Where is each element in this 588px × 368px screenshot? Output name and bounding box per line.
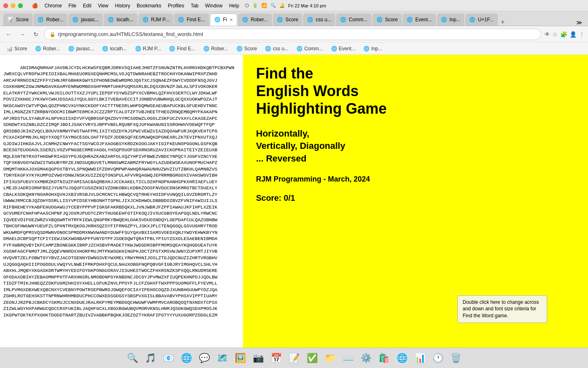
tab-cssu[interactable]: 🌐 css u...: [303, 13, 335, 26]
tab-inp[interactable]: 🌐 Inp...: [437, 13, 465, 26]
address-input[interactable]: 🔒 rjmprogramming.com.au/HTMLCSS/textarea…: [44, 29, 541, 40]
tab-label: Inp...: [450, 17, 461, 22]
minimize-button[interactable]: [11, 3, 16, 8]
tab-favicon: 🌐: [214, 17, 220, 22]
url-text[interactable]: rjmprogramming.com.au/HTMLCSS/textarea_f…: [58, 31, 203, 37]
word-grid-text: ANIDMAQNRHAFJAVDBJCYDLHCKWSFEQBRJDRKVSQI…: [3, 65, 234, 318]
tab-bar: 📊 Score 🌐 Rober... 🌐 javasc... 🌐 localh.…: [0, 11, 588, 26]
dock-icon-terminal[interactable]: ⌨️: [340, 350, 356, 366]
tab-favicon: 🌐: [441, 17, 447, 22]
tab-u1f[interactable]: 🌐 U+1F...: [465, 13, 497, 26]
bookmark-comm[interactable]: 🌐 Comm...: [293, 45, 326, 52]
notification-icon: 🔔: [279, 3, 285, 8]
tab-label: Event...: [415, 17, 432, 22]
bookmark-score[interactable]: 📊 Score: [3, 45, 30, 52]
menu-view[interactable]: View: [95, 2, 112, 9]
tab-rjmp[interactable]: 🌐 RJM P...: [138, 13, 173, 26]
maximize-button[interactable]: [18, 3, 23, 8]
tab-favicon: 🌐: [376, 17, 383, 22]
tab-event[interactable]: 🌐 Event...: [403, 13, 436, 26]
time-display: Fri 22 Mar 4:10 pm: [288, 3, 326, 8]
menu-file[interactable]: File: [65, 2, 80, 9]
menu-edit[interactable]: Edit: [80, 2, 95, 9]
game-subtitle-line3: ... Reversed: [256, 153, 575, 165]
new-tab-button[interactable]: +: [499, 18, 507, 26]
tab-score-1[interactable]: 📊 Score: [3, 13, 33, 26]
dock-icon-mail[interactable]: 📧: [160, 350, 176, 366]
tab-javasc[interactable]: 🌐 javasc...: [68, 13, 103, 26]
tab-label: css u...: [316, 17, 331, 22]
tab-label: Fi: [223, 17, 227, 22]
dock-icon-calendar[interactable]: 📅: [268, 350, 284, 366]
bookmark-css[interactable]: 🌐 css u...: [262, 45, 292, 52]
dock-icon-notes[interactable]: 📝: [286, 350, 302, 366]
dock-icon-facetime[interactable]: 📷: [250, 350, 266, 366]
forward-button[interactable]: →: [17, 29, 28, 39]
dock-icon-appstore[interactable]: 🛍️: [376, 350, 392, 366]
tab-menu-icon[interactable]: ≫: [574, 19, 585, 26]
dock-icon-safari[interactable]: 🌐: [178, 350, 194, 366]
menu-chrome-label[interactable]: Chrome: [41, 2, 65, 9]
dock-icon-files[interactable]: 📁: [322, 350, 338, 366]
menu-history[interactable]: History: [112, 2, 134, 9]
tab-score2[interactable]: 🌐 Score: [273, 13, 302, 26]
dock-icon-settings[interactable]: ⚙️: [358, 350, 374, 366]
dock-icon-clock[interactable]: 🕐: [430, 350, 445, 366]
bluetooth-icon: ⬡: [245, 3, 249, 8]
bookmark-inp[interactable]: 🌐 Inp...: [360, 45, 385, 52]
tab-fi-active[interactable]: 🌐 Fi ✕: [210, 13, 237, 26]
tab-comm[interactable]: 🌐 Comm...: [336, 13, 371, 26]
bookmark-star-icon[interactable]: ☆: [552, 31, 558, 38]
dock-icon-chrome[interactable]: 🌐: [394, 350, 410, 366]
bookmark-finde[interactable]: 🌐 Find E...: [166, 45, 198, 52]
tab-label: Score: [285, 17, 298, 22]
bookmark-event[interactable]: 🌐 Event...: [328, 45, 359, 52]
tab-rober2[interactable]: 🌐 Rober...: [238, 13, 272, 26]
tooltip-box[interactable]: Double click here to change across and d…: [457, 295, 547, 323]
reader-mode-icon[interactable]: 👁: [544, 31, 550, 38]
bookmark-javasc[interactable]: 🌐 javasc...: [65, 45, 97, 52]
bookmark-score2[interactable]: 🌐 Score: [233, 45, 260, 52]
dock-icon-trash[interactable]: 🗑️: [448, 350, 463, 366]
tab-finde[interactable]: 🌐 Find E...: [174, 13, 209, 26]
bookmark-icon: 🌐: [236, 46, 243, 52]
tab-close-icon[interactable]: ✕: [229, 18, 233, 22]
game-title-line2: English Words: [256, 82, 575, 100]
close-button[interactable]: [3, 3, 8, 8]
bookmark-localh[interactable]: 🌐 localh...: [99, 45, 130, 52]
menu-chrome[interactable]: 🍎: [29, 2, 41, 9]
dock-icon-maps[interactable]: 🗺️: [214, 350, 230, 366]
word-grid-panel[interactable]: ANIDMAQNRHAFJAVDBJCYDLHCKWSFEQBRJDRKVSQI…: [0, 55, 243, 348]
menu-window[interactable]: Window: [202, 2, 226, 9]
status-bar: ⬡ 🔋 📶 🔍 🔔 Fri 22 Mar 4:10 pm: [245, 3, 326, 8]
game-title: Find the English Words Highlighting Game: [256, 65, 575, 118]
bookmark-icon: 🌐: [35, 46, 41, 52]
game-score: Score: 0/1: [256, 193, 575, 203]
menu-help[interactable]: Help: [226, 2, 243, 9]
bookmark-rjmp[interactable]: 🌐 RJM P...: [132, 45, 164, 52]
tab-rober[interactable]: 🌐 Rober...: [33, 13, 67, 26]
bookmark-icon: 🌐: [203, 46, 209, 52]
tab-favicon: 🌐: [469, 17, 475, 22]
dock-icon-photos[interactable]: 🖼️: [232, 350, 248, 366]
dock-icon-22[interactable]: 📊: [412, 350, 428, 366]
tab-localh[interactable]: 🌐 localh...: [104, 13, 137, 26]
tab-favicon: 🌐: [307, 17, 313, 22]
bookmark-rober[interactable]: 🌐 Rober...: [32, 45, 63, 52]
reload-button[interactable]: ↻: [31, 29, 41, 39]
tab-favicon: 🌐: [178, 17, 184, 22]
chrome-menu-icon[interactable]: ⋮: [579, 31, 585, 38]
dock-icon-finder[interactable]: 🔍: [125, 350, 140, 366]
menu-profiles[interactable]: Profiles: [165, 2, 187, 9]
dock-icon-messages[interactable]: 💬: [196, 350, 212, 366]
menu-bookmarks[interactable]: Bookmarks: [134, 2, 165, 9]
extensions-icon[interactable]: 🧩: [560, 31, 567, 38]
tab-score3[interactable]: 🌐 Score: [372, 13, 402, 26]
bookmark-rober2[interactable]: 🌐 Rober...: [200, 45, 232, 52]
bookmarks-bar: 📊 Score 🌐 Rober... 🌐 javasc... 🌐 localh.…: [0, 43, 588, 55]
back-button[interactable]: ←: [3, 29, 14, 39]
dock-icon-reminders[interactable]: ✅: [304, 350, 320, 366]
user-profile-icon[interactable]: 👤: [570, 31, 577, 38]
menu-tab[interactable]: Tab: [187, 2, 202, 9]
dock-icon-music[interactable]: 🎵: [143, 350, 158, 366]
